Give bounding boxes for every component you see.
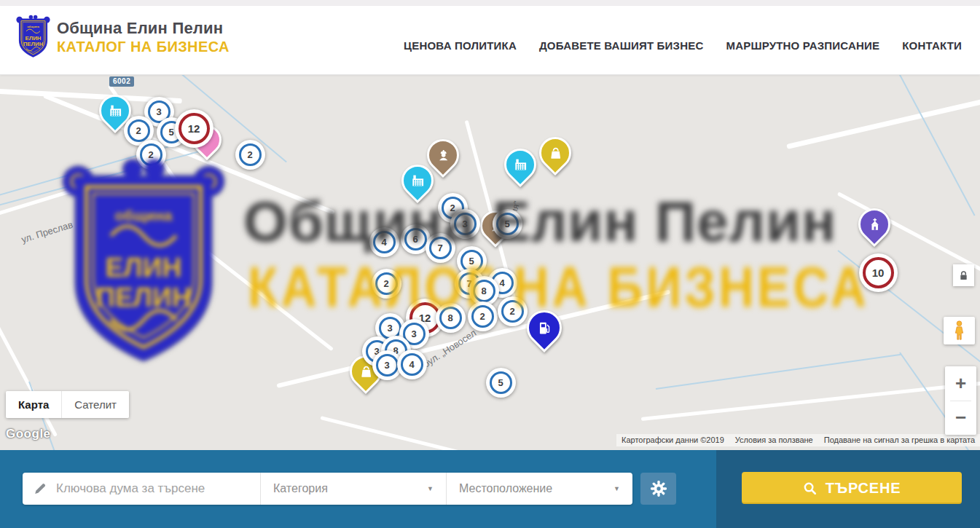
cluster-marker[interactable]: 10 (859, 253, 898, 292)
svg-text:община: община (27, 25, 39, 28)
map-type-satellite-button[interactable]: Сателит (61, 391, 129, 418)
search-box: Категория ▼ Местоположение ▼ (23, 473, 632, 505)
zoom-out-button[interactable]: − (945, 401, 976, 436)
attribution-copyright: Картографски данни ©2019 (622, 436, 724, 444)
map-type-control: Карта Сателит (6, 391, 129, 418)
search-button[interactable]: ТЪРСЕНЕ (742, 472, 962, 504)
category-dropdown[interactable]: Категория ▼ (260, 473, 446, 505)
cluster-marker[interactable]: 2 (372, 269, 401, 299)
site-title: Община Елин Пелин (57, 19, 230, 38)
category-label: Категория (273, 482, 328, 495)
svg-text:ПЕЛИН: ПЕЛИН (23, 41, 44, 47)
location-label: Местоположение (459, 482, 552, 495)
page: община ЕЛИН ПЕЛИН Община Елин Пелин КАТА… (0, 0, 980, 528)
svg-text:ЕЛИН: ЕЛИН (26, 35, 42, 42)
advanced-settings-button[interactable] (640, 473, 676, 505)
pegman-icon (954, 320, 965, 341)
cluster-marker[interactable]: 2 (136, 140, 166, 170)
cluster-marker[interactable]: 12 (175, 109, 213, 148)
attribution-terms-link[interactable]: Условия за ползване (735, 436, 813, 444)
cluster-marker[interactable]: 3 (450, 209, 480, 239)
cluster-marker[interactable]: 4 (397, 350, 427, 379)
keyword-input[interactable] (56, 481, 238, 496)
search-button-label: ТЪРСЕНЕ (826, 480, 901, 497)
top-strip (0, 0, 980, 6)
site-subtitle: КАТАЛОГ НА БИЗНЕСА (57, 39, 230, 55)
chevron-down-icon: ▼ (614, 485, 620, 492)
map-type-map-button[interactable]: Карта (6, 391, 61, 418)
google-logo[interactable]: Google (6, 427, 51, 441)
markers-layer: 32512222354675274822128333834510 (0, 75, 980, 450)
nav-contacts[interactable]: КОНТАКТИ (902, 39, 962, 52)
cluster-marker[interactable]: 2 (235, 140, 265, 170)
search-bar: Категория ▼ Местоположение ▼ (0, 450, 980, 528)
map-attribution: Картографски данни ©2019 Условия за полз… (616, 434, 980, 446)
cluster-marker[interactable]: 5 (493, 209, 522, 239)
nav-pricing[interactable]: ЦЕНОВА ПОЛИТИКА (404, 39, 517, 52)
cluster-marker[interactable]: 4 (369, 227, 399, 257)
brand[interactable]: община ЕЛИН ПЕЛИН Община Елин Пелин КАТА… (16, 14, 230, 60)
attribution-report-link[interactable]: Подаване на сигнал за грешка в картата (824, 436, 975, 444)
cluster-marker[interactable]: 7 (426, 233, 455, 263)
lock-control[interactable] (953, 264, 974, 286)
location-dropdown[interactable]: Местоположение ▼ (446, 473, 632, 505)
zoom-control: + − (945, 366, 976, 435)
map-pin-church[interactable] (852, 202, 897, 247)
pegman-control[interactable] (944, 317, 975, 344)
zoom-in-button[interactable]: + (945, 366, 976, 401)
municipality-logo-icon: община ЕЛИН ПЕЛИН (16, 14, 50, 60)
gear-icon (650, 480, 667, 497)
search-icon (803, 481, 817, 495)
nav-add-business[interactable]: ДОБАВЕТЕ ВАШИЯТ БИЗНЕС (539, 39, 703, 52)
map-pin-factory[interactable] (498, 142, 543, 187)
header: община ЕЛИН ПЕЛИН Община Елин Пелин КАТА… (0, 6, 980, 75)
keyword-field[interactable] (23, 473, 260, 505)
map-canvas[interactable]: 6002 ул. Преслав бул. „Новосел ция" 3251… (0, 75, 980, 450)
cluster-marker[interactable]: 2 (468, 302, 498, 331)
nav-route-schedule[interactable]: МАРШРУТНО РАЗПИСАНИЕ (726, 39, 879, 52)
chevron-down-icon: ▼ (427, 485, 434, 492)
main-nav: ЦЕНОВА ПОЛИТИКА ДОБАВЕТЕ ВАШИЯТ БИЗНЕС М… (404, 39, 962, 52)
cluster-marker[interactable]: 2 (498, 296, 528, 326)
cluster-marker[interactable]: 5 (486, 368, 516, 398)
cluster-marker[interactable]: 8 (436, 303, 466, 333)
brand-text: Община Елин Пелин КАТАЛОГ НА БИЗНЕСА (57, 19, 230, 55)
pencil-icon (34, 482, 47, 495)
map-pin-bag[interactable] (533, 130, 578, 176)
lock-icon (959, 270, 968, 281)
